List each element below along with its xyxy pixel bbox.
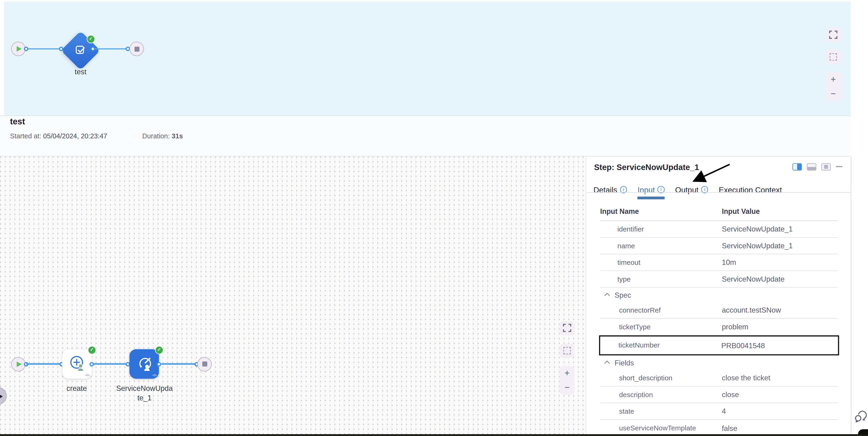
marquee-select-button[interactable] — [826, 49, 841, 64]
row-value: account.testSNow — [722, 306, 781, 314]
row-value: ServiceNowUpdate_1 — [722, 241, 793, 250]
fullscreen-button[interactable] — [826, 27, 841, 42]
section-label: Spec — [615, 291, 631, 299]
servicenow-update-icon — [136, 356, 153, 372]
run-title: test — [10, 117, 25, 126]
section-spec[interactable]: Spec — [600, 288, 838, 302]
exec-end-node[interactable] — [197, 357, 212, 371]
exec-start-node[interactable] — [11, 357, 26, 371]
marquee-select-button[interactable] — [560, 343, 575, 358]
row-label: description — [619, 391, 653, 398]
table-row-short-description: short_descriptionclose the ticket — [600, 370, 838, 387]
edge-port[interactable] — [24, 46, 28, 51]
step-label-create: create — [55, 383, 99, 393]
row-label: timeout — [617, 259, 640, 266]
pipeline-end-node[interactable] — [130, 42, 144, 56]
minimize-icon[interactable] — [836, 166, 843, 167]
row-label: useServiceNowTemplate — [619, 424, 696, 432]
input-value-header: Input Value — [722, 207, 760, 215]
run-started: Started at: 05/04/2024, 20:23:47 — [10, 132, 107, 140]
edge — [26, 48, 63, 49]
table-row-name: nameServiceNowUpdate_1 — [600, 238, 838, 254]
fullscreen-button[interactable] — [560, 321, 575, 335]
panel-window-controls — [793, 163, 843, 170]
edge — [93, 363, 128, 365]
marquee-select-icon — [830, 53, 837, 60]
row-value: close the ticket — [722, 374, 770, 382]
success-check-badge: ✓ — [88, 346, 96, 354]
play-icon — [17, 361, 22, 367]
servicenow-create-icon — [68, 355, 87, 372]
chevron-up-icon[interactable] — [604, 361, 610, 366]
row-value: PRB0041548 — [721, 341, 765, 349]
step-node-servicenowupdate[interactable]: </> — [130, 349, 159, 378]
split-view-icon[interactable] — [793, 163, 802, 170]
annotation-arrow — [642, 161, 759, 194]
edge-port[interactable] — [157, 362, 161, 366]
pipeline-start-node[interactable] — [11, 42, 26, 56]
table-row-connectorref: connectorRefaccount.testSNow — [600, 302, 838, 319]
row-value: 4 — [722, 407, 726, 415]
table-body: identifierServiceNowUpdate_1nameServiceN… — [600, 221, 838, 436]
app-root: ✓ test + − test Started at: 05/04/2024, … — [0, 0, 868, 436]
zoom-controls: + − — [826, 72, 841, 101]
window-corner — [858, 429, 868, 434]
table-row-useservicenowtemplate: useServiceNowTemplatefalse — [600, 420, 838, 436]
table-row-ticketnumber: ticketNumberPRB0041548 — [599, 335, 839, 356]
row-label: connectorRef — [619, 306, 661, 314]
execution-canvas[interactable]: </> ✓ </> ✓ create ServiceNowUpdate_1 — [0, 156, 586, 434]
help-chat-button[interactable] — [854, 409, 868, 425]
table-row-timeout: timeout10m — [600, 254, 838, 271]
stop-icon — [134, 46, 139, 51]
section-fields[interactable]: Fields — [600, 356, 838, 370]
table-row-identifier: identifierServiceNowUpdate_1 — [600, 221, 838, 238]
stage-label: test — [55, 67, 107, 77]
edge — [161, 363, 197, 365]
row-value: close — [722, 390, 739, 399]
row-value: 10m — [722, 258, 736, 267]
run-header — [0, 116, 851, 156]
section-label: Fields — [615, 359, 634, 367]
table-row-type: typeServiceNowUpdate — [600, 271, 838, 288]
duration-label: Duration: — [142, 132, 170, 140]
bottom-panel-view-icon[interactable] — [807, 163, 816, 170]
row-label: name — [617, 242, 635, 249]
row-value: problem — [722, 323, 748, 331]
row-value: false — [722, 424, 737, 432]
pipeline-canvas[interactable]: ✓ test + − — [4, 2, 851, 115]
fullscreen-icon — [563, 324, 571, 332]
edge — [26, 363, 62, 365]
zoom-in-button[interactable]: + — [560, 366, 575, 380]
table-header: Input Name Input Value — [600, 192, 838, 221]
zoom-out-button[interactable]: − — [826, 87, 841, 101]
row-label: short_description — [619, 374, 673, 382]
row-label: ticketNumber — [619, 341, 660, 349]
run-duration: Duration: 31s — [142, 132, 183, 140]
row-label: state — [619, 407, 634, 415]
edge — [94, 48, 130, 49]
row-label: ticketType — [619, 323, 651, 331]
step-label-servicenowupdate: ServiceNowUpdate_1 — [116, 383, 174, 402]
zoom-in-button[interactable]: + — [826, 72, 841, 87]
success-check-badge: ✓ — [155, 346, 163, 354]
zoom-out-button[interactable]: − — [560, 380, 575, 395]
chevron-up-icon[interactable] — [604, 293, 610, 299]
play-icon — [17, 46, 22, 52]
divider — [851, 156, 851, 434]
code-glyph: </> — [152, 373, 157, 377]
started-label: Started at: — [10, 132, 41, 140]
success-check-badge: ✓ — [87, 35, 95, 43]
center-panel-view-icon[interactable] — [822, 163, 831, 170]
zoom-controls: + − — [560, 366, 575, 395]
row-label: type — [617, 275, 631, 283]
chat-bubbles-icon — [854, 409, 868, 423]
row-label: identifier — [617, 225, 644, 233]
fullscreen-icon — [829, 30, 837, 39]
bottom-edge — [0, 434, 868, 436]
code-glyph: </> — [85, 373, 90, 377]
step-node-create[interactable]: </> — [62, 349, 92, 378]
table-row-state: state4 — [600, 403, 838, 420]
duration-value: 31s — [172, 132, 183, 140]
table-row-tickettype: ticketTypeproblem — [600, 318, 838, 335]
table-row-description: descriptionclose — [600, 387, 838, 403]
